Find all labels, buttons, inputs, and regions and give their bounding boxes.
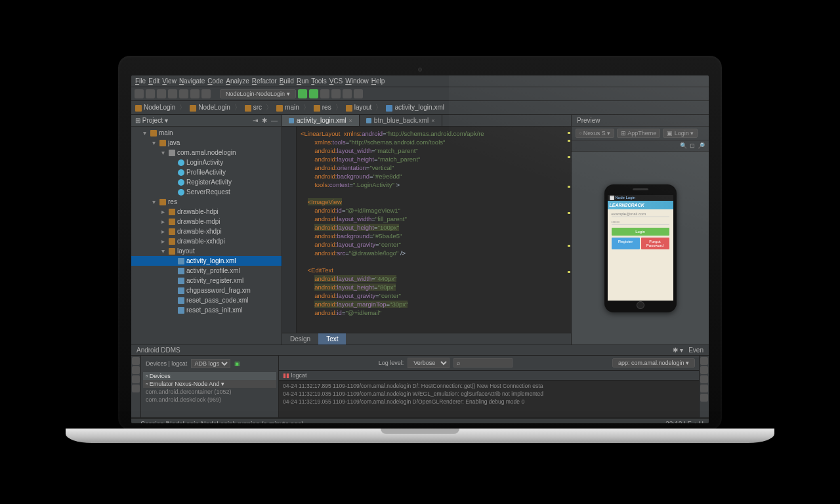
right-gutter-tabs[interactable] <box>699 356 709 417</box>
log-output[interactable]: 04-24 11:32:17.895 1109-1109/com.amal.no… <box>279 381 699 417</box>
device-select[interactable]: ▫ Nexus S ▾ <box>576 129 614 138</box>
menu-code[interactable]: Code <box>207 77 223 85</box>
close-icon[interactable]: × <box>431 117 434 124</box>
devices-panel: Devices | logcat ADB logs ▣ ▫ Devices ▫ … <box>141 356 279 417</box>
ide-window: FileEditViewNavigateCodeAnalyzeRefactorB… <box>131 75 709 423</box>
log-search-input[interactable] <box>453 358 513 368</box>
ddms-icon[interactable] <box>354 89 363 98</box>
ddms-panel: Devices | logcat ADB logs ▣ ▫ Devices ▫ … <box>131 356 709 418</box>
register-button[interactable]: Register <box>612 238 640 249</box>
menu-file[interactable]: File <box>135 77 146 85</box>
logcat-area: Log level: Verbose app: com.amal.nodelog… <box>279 356 699 417</box>
tree-node[interactable]: reset_pass_code.xml <box>131 295 282 305</box>
tab-design[interactable]: Design <box>282 333 318 345</box>
tree-node[interactable]: ▾layout <box>131 246 282 256</box>
preview-title: Preview <box>572 115 709 127</box>
login-button[interactable]: Login <box>612 228 669 236</box>
tree-node[interactable]: ▸drawable-mdpi <box>131 217 282 226</box>
redo-icon[interactable] <box>201 89 211 98</box>
zoom-out-icon[interactable]: 🔎 <box>698 142 705 149</box>
editor-tab[interactable]: btn_blue_back.xml × <box>360 115 442 126</box>
collapse-icon[interactable]: ⇥ <box>253 117 258 124</box>
email-field[interactable]: example@mail.com <box>612 212 669 217</box>
devices-logcat-tab[interactable]: Devices | logcat <box>146 360 187 367</box>
menu-edit[interactable]: Edit <box>148 77 159 85</box>
run-icon[interactable] <box>298 89 307 98</box>
tab-text[interactable]: Text <box>318 333 346 345</box>
app-filter-select[interactable]: app: com.amal.nodelogin ▾ <box>612 358 695 368</box>
menu-build[interactable]: Build <box>280 77 294 85</box>
menu-run[interactable]: Run <box>297 77 308 85</box>
project-tree[interactable]: ▾main▾java▾com.amal.nodeloginLoginActivi… <box>131 127 282 345</box>
debug-icon[interactable] <box>309 89 318 98</box>
emulator-row[interactable]: ▫ Emulator Nexus-Node And ▾ <box>143 380 276 388</box>
forgot-button[interactable]: Forgot Password <box>641 238 669 249</box>
zoom-in-icon[interactable]: 🔍 <box>680 142 687 149</box>
hide-icon[interactable]: — <box>271 117 278 124</box>
tree-node[interactable]: activity_login.xml <box>131 256 282 266</box>
sdk-icon[interactable] <box>343 89 352 98</box>
avd-icon[interactable] <box>331 89 341 98</box>
breadcrumb-item[interactable]: activity_login.xml <box>386 104 444 111</box>
tree-node[interactable]: ▾java <box>131 138 282 148</box>
cut-icon[interactable] <box>157 89 166 98</box>
left-gutter-tabs[interactable] <box>131 356 141 417</box>
menu-refactor[interactable]: Refactor <box>252 77 277 85</box>
ddms-header: Android DDMS ✱ ▾ Even <box>131 345 709 356</box>
tree-node[interactable]: RegisterActivity <box>131 177 282 187</box>
project-view-select[interactable]: ⊞ Project ▾ <box>135 117 168 124</box>
save-icon[interactable] <box>146 89 155 98</box>
menu-navigate[interactable]: Navigate <box>179 77 205 85</box>
tree-node[interactable]: LoginActivity <box>131 158 282 167</box>
editor-tab[interactable]: activity_login.xml × <box>282 115 360 126</box>
menu-analyze[interactable]: Analyze <box>226 77 249 85</box>
menu-tools[interactable]: Tools <box>311 77 326 85</box>
breadcrumb-item[interactable]: src <box>245 104 262 111</box>
open-icon[interactable] <box>135 89 144 98</box>
activity-select[interactable]: ▣ Login ▾ <box>663 129 698 138</box>
code-editor[interactable]: <LinearLayout xmlns:android="http://sche… <box>282 127 571 333</box>
breadcrumb-item[interactable]: res <box>314 104 331 111</box>
tree-node[interactable]: ▸drawable-hdpi <box>131 207 282 217</box>
close-icon[interactable]: × <box>349 117 352 124</box>
breadcrumb-item[interactable]: main <box>276 104 299 111</box>
tree-node[interactable]: ▸drawable-xhdpi <box>131 226 282 236</box>
tree-node[interactable]: chgpassword_frag.xm <box>131 285 282 295</box>
tree-node[interactable]: ▾main <box>131 128 282 138</box>
breadcrumb-item[interactable]: layout <box>346 104 372 111</box>
tree-node[interactable]: ServerRequest <box>131 187 282 197</box>
logcat-tab[interactable]: logcat <box>291 372 307 379</box>
settings-icon[interactable]: ✱ <box>262 117 267 124</box>
theme-select[interactable]: ⊞ AppTheme <box>617 129 660 138</box>
menu-help[interactable]: Help <box>371 77 385 85</box>
breadcrumb-item[interactable]: NodeLogin <box>135 104 175 111</box>
tree-node[interactable]: ▾com.amal.nodelogin <box>131 148 282 158</box>
tree-node[interactable]: ▸drawable-xxhdpi <box>131 236 282 246</box>
zoom-fit-icon[interactable]: ⊡ <box>690 142 695 149</box>
tree-node[interactable]: reset_pass_init.xml <box>131 305 282 315</box>
menu-vcs[interactable]: VCS <box>329 77 343 85</box>
tree-node[interactable]: activity_profile.xml <box>131 266 282 276</box>
menu-view[interactable]: View <box>162 77 177 85</box>
tree-node[interactable]: ▾res <box>131 197 282 207</box>
adb-logs-select[interactable]: ADB logs <box>191 359 230 368</box>
stop-icon[interactable] <box>320 89 329 98</box>
tree-node[interactable]: activity_register.xml <box>131 276 282 285</box>
preview-panel: Preview ▫ Nexus S ▾ ⊞ AppTheme ▣ Login ▾… <box>571 115 709 345</box>
undo-icon[interactable] <box>190 89 200 98</box>
log-level-select[interactable]: Verbose <box>408 358 450 368</box>
process-row[interactable]: com.android.deskclock (969) <box>143 396 276 404</box>
app-bar: ⬜ Node Login <box>608 195 673 201</box>
password-field[interactable]: •••••• <box>612 220 669 225</box>
menu-window[interactable]: Window <box>345 77 369 85</box>
gear-icon[interactable]: ✱ <box>673 346 678 354</box>
run-config-select[interactable]: NodeLogin-NodeLogin ▾ <box>220 89 296 98</box>
tree-node[interactable]: ProfileActivity <box>131 167 282 177</box>
paste-icon[interactable] <box>179 89 188 98</box>
copy-icon[interactable] <box>168 89 177 98</box>
process-row[interactable]: com.android.dercontainer (1052) <box>143 388 276 396</box>
breadcrumb-item[interactable]: NodeLogin <box>190 104 230 111</box>
menu-bar: FileEditViewNavigateCodeAnalyzeRefactorB… <box>131 75 709 87</box>
screenshot-icon[interactable]: ▣ <box>234 360 240 367</box>
devices-header: ▫ Devices <box>143 372 276 380</box>
